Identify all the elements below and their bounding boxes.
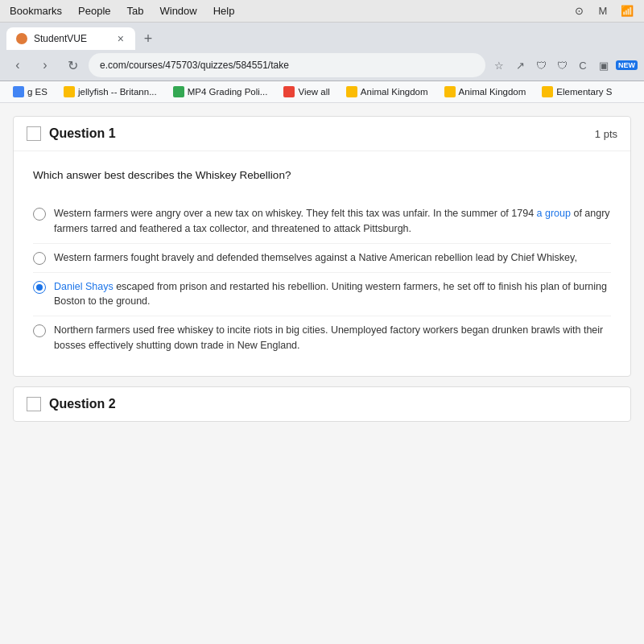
answer-text-2: Western farmers fought bravely and defen… bbox=[54, 250, 577, 266]
bookmark-animal-kingdom-2[interactable]: Animal Kingdom bbox=[438, 84, 533, 100]
wifi-icon: 📶 bbox=[620, 4, 634, 19]
address-icons: ☆ ↗ 🛡 🛡 C ▣ NEW bbox=[490, 56, 638, 74]
bookmark-favicon-5 bbox=[346, 86, 357, 97]
bookmark-favicon-3 bbox=[173, 86, 184, 97]
bookmark-label-2: jellyfish -- Britann... bbox=[78, 87, 157, 97]
question-2-card: Question 2 bbox=[13, 386, 631, 422]
question-1-pts: 1 pts bbox=[595, 128, 617, 140]
os-menu-bookmarks[interactable]: Bookmarks bbox=[10, 5, 62, 17]
arrow-icon[interactable]: ↗ bbox=[511, 56, 529, 74]
bookmark-jellyfish[interactable]: jellyfish -- Britann... bbox=[57, 84, 163, 100]
tab-close-button[interactable]: × bbox=[116, 32, 126, 45]
doc-icon[interactable]: ▣ bbox=[595, 56, 613, 74]
bookmark-label-5: Animal Kingdom bbox=[361, 87, 428, 97]
answer-option-4[interactable]: Northern farmers used free whiskey to in… bbox=[33, 316, 611, 360]
bookmark-label-3: MP4 Grading Poli... bbox=[188, 87, 268, 97]
highlight-1: a group bbox=[537, 208, 571, 219]
circle-icon: ⊙ bbox=[572, 4, 586, 19]
tab-title: StudentVUE bbox=[34, 33, 109, 44]
answer-option-3[interactable]: Daniel Shays escaped from prison and res… bbox=[33, 273, 611, 317]
bookmark-favicon-2 bbox=[64, 86, 75, 97]
back-button[interactable]: ‹ bbox=[6, 54, 29, 76]
tab-favicon bbox=[16, 33, 27, 44]
os-menu-bar: Bookmarks People Tab Window Help ⊙ M 📶 bbox=[0, 0, 644, 23]
os-menu-window[interactable]: Window bbox=[159, 5, 196, 17]
os-bar-right: ⊙ M 📶 bbox=[572, 4, 634, 19]
c-refresh-icon[interactable]: C bbox=[574, 56, 592, 74]
os-menu-tab[interactable]: Tab bbox=[127, 5, 144, 17]
question-2-title: Question 2 bbox=[49, 397, 617, 411]
bookmark-label-6: Animal Kingdom bbox=[459, 87, 526, 97]
address-bar-row: ‹ › ↻ ☆ ↗ 🛡 🛡 C ▣ NEW bbox=[0, 50, 644, 80]
bookmark-mp4[interactable]: MP4 Grading Poli... bbox=[167, 84, 275, 100]
bookmark-elementary[interactable]: Elementary S bbox=[535, 84, 618, 100]
bookmark-favicon-6 bbox=[444, 86, 456, 97]
bookmark-favicon-1 bbox=[13, 86, 24, 97]
tab-bar: StudentVUE × + bbox=[0, 23, 644, 50]
bookmark-label-1: g ES bbox=[27, 87, 47, 97]
address-input[interactable] bbox=[89, 53, 485, 77]
radio-4[interactable] bbox=[33, 324, 46, 337]
question-1-card: Question 1 1 pts Which answer best descr… bbox=[13, 116, 631, 377]
radio-2[interactable] bbox=[33, 252, 46, 265]
bookmark-view-all[interactable]: View all bbox=[277, 84, 336, 100]
page-content: Question 1 1 pts Which answer best descr… bbox=[0, 103, 644, 644]
os-menu-people[interactable]: People bbox=[78, 5, 110, 17]
question-1-text: Which answer best describes the Whiskey … bbox=[33, 167, 611, 184]
radio-3[interactable] bbox=[33, 281, 46, 294]
question-1-header: Question 1 1 pts bbox=[14, 117, 630, 151]
bookmark-g-es[interactable]: g ES bbox=[6, 84, 54, 100]
answer-option-2[interactable]: Western farmers fought bravely and defen… bbox=[33, 244, 611, 273]
answer-text-4: Northern farmers used free whiskey to in… bbox=[54, 323, 611, 353]
bookmark-label-7: Elementary S bbox=[556, 87, 612, 97]
bookmark-favicon-4 bbox=[283, 86, 295, 97]
question-1-checkbox[interactable] bbox=[27, 126, 41, 141]
new-tab-button[interactable]: + bbox=[137, 27, 159, 50]
answer-text-1: Western farmers were angry over a new ta… bbox=[54, 206, 611, 237]
answer-option-1[interactable]: Western farmers were angry over a new ta… bbox=[33, 200, 611, 244]
shield-icon-2: 🛡 bbox=[553, 56, 571, 74]
bookmark-favicon-7 bbox=[542, 86, 553, 97]
m-icon: M bbox=[596, 4, 610, 19]
new-badge: NEW bbox=[616, 60, 638, 70]
forward-button[interactable]: › bbox=[34, 54, 56, 76]
bookmark-animal-kingdom-1[interactable]: Animal Kingdom bbox=[340, 84, 435, 100]
bookmarks-bar: g ES jellyfish -- Britann... MP4 Grading… bbox=[0, 81, 644, 103]
highlight-daniel: Daniel bbox=[54, 281, 82, 292]
bookmark-label-4: View all bbox=[298, 87, 329, 97]
question-2-header: Question 2 bbox=[27, 397, 617, 411]
star-icon[interactable]: ☆ bbox=[490, 56, 508, 74]
radio-1[interactable] bbox=[33, 208, 46, 221]
browser-chrome: StudentVUE × + ‹ › ↻ ☆ ↗ 🛡 🛡 C ▣ NEW bbox=[0, 23, 644, 81]
refresh-button[interactable]: ↻ bbox=[61, 54, 84, 76]
shield-icon-1: 🛡 bbox=[532, 56, 550, 74]
question-2-checkbox[interactable] bbox=[27, 397, 41, 411]
answer-text-3: Daniel Shays escaped from prison and res… bbox=[54, 279, 611, 310]
active-tab[interactable]: StudentVUE × bbox=[6, 27, 135, 50]
question-1-title: Question 1 bbox=[49, 126, 587, 141]
highlight-shays: Shays bbox=[85, 281, 114, 292]
question-1-body: Which answer best describes the Whiskey … bbox=[14, 151, 630, 376]
os-menu-help[interactable]: Help bbox=[213, 5, 235, 17]
